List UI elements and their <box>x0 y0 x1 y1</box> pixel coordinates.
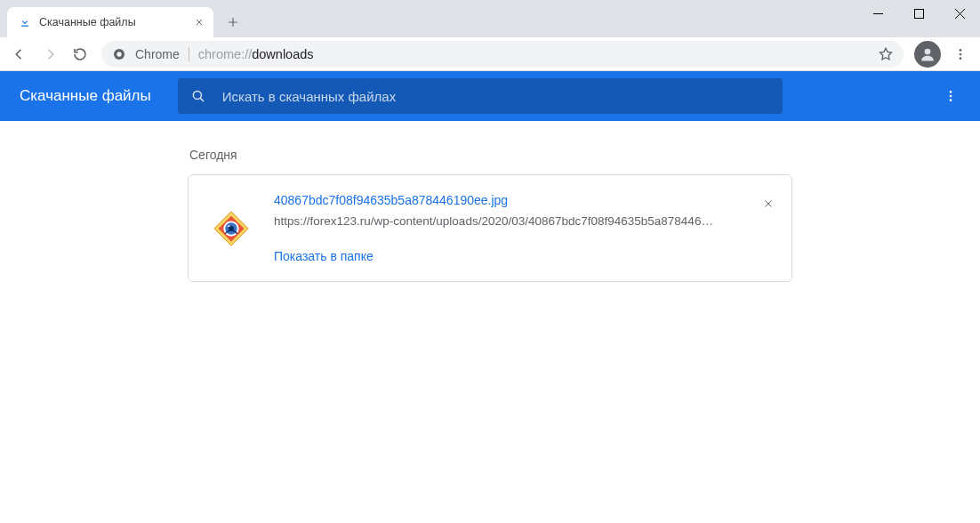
forward-button[interactable] <box>36 40 64 68</box>
close-tab-icon[interactable] <box>192 15 206 29</box>
download-filename-link[interactable]: 40867bdc7f08f94635b5a878446190ee.jpg <box>274 193 781 207</box>
show-in-folder-link[interactable]: Показать в папке <box>274 249 781 263</box>
separator <box>189 47 189 61</box>
search-icon <box>190 88 206 104</box>
svg-point-2 <box>116 52 121 56</box>
back-button[interactable] <box>5 40 34 68</box>
svg-point-5 <box>960 52 962 55</box>
browser-toolbar: Chrome chrome://downloads <box>0 37 980 71</box>
downloads-content: Сегодня 40867bdc7f08f94635b5a878446 <box>0 121 980 282</box>
download-item-card: 40867bdc7f08f94635b5a878446190ee.jpg htt… <box>188 174 792 282</box>
chrome-origin-icon <box>112 47 126 61</box>
svg-point-10 <box>950 99 952 101</box>
url-prefix: chrome:// <box>198 47 252 61</box>
origin-chip: Chrome <box>135 47 180 61</box>
svg-point-16 <box>228 225 230 227</box>
search-input[interactable] <box>222 89 770 104</box>
svg-point-9 <box>950 95 952 98</box>
svg-rect-0 <box>914 9 923 18</box>
new-tab-button[interactable] <box>221 10 245 35</box>
svg-point-3 <box>925 48 931 54</box>
browser-menu-button[interactable] <box>946 40 975 68</box>
address-bar[interactable]: Chrome chrome://downloads <box>101 41 904 68</box>
date-group-label: Сегодня <box>189 148 792 162</box>
remove-download-button[interactable] <box>758 193 779 214</box>
download-thumbnail <box>189 175 274 281</box>
url-text: chrome://downloads <box>198 47 314 61</box>
download-source-url: https://forex123.ru/wp-content/uploads/2… <box>274 214 719 228</box>
window-titlebar: Скачанные файлы <box>0 0 980 37</box>
downloads-header: Скачанные файлы <box>0 71 980 121</box>
svg-point-6 <box>960 57 962 60</box>
page-title: Скачанные файлы <box>20 87 151 105</box>
tab-title: Скачанные файлы <box>39 16 185 28</box>
profile-avatar-button[interactable] <box>914 41 941 68</box>
close-window-button[interactable] <box>939 0 980 27</box>
search-bar[interactable] <box>178 78 783 114</box>
reload-button[interactable] <box>66 40 94 68</box>
minimize-button[interactable] <box>857 0 898 27</box>
svg-point-8 <box>950 91 952 93</box>
maximize-button[interactable] <box>898 0 939 27</box>
url-path: downloads <box>252 47 313 61</box>
file-preview-icon <box>210 207 253 250</box>
browser-tab[interactable]: Скачанные файлы <box>7 7 213 37</box>
svg-point-7 <box>193 91 201 99</box>
svg-point-4 <box>960 49 962 52</box>
window-controls <box>857 0 980 27</box>
download-icon <box>18 15 32 29</box>
bookmark-star-icon[interactable] <box>873 42 898 67</box>
downloads-menu-button[interactable] <box>936 81 966 111</box>
